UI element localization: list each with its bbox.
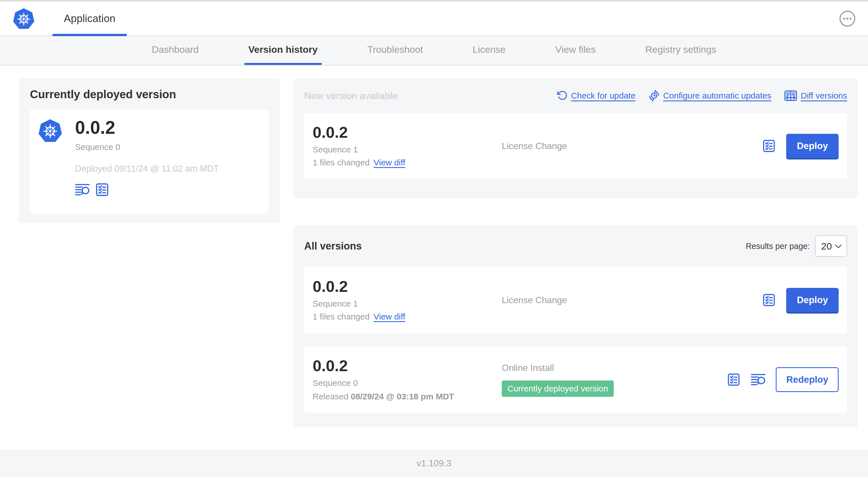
refresh-icon bbox=[557, 90, 567, 101]
view-deploy-logs-button[interactable] bbox=[75, 183, 90, 196]
all-versions-panel: All versions Results per page: 20 0.0.2 … bbox=[293, 225, 858, 427]
version-row: 0.0.2 Sequence 1 1 files changed View di… bbox=[304, 267, 847, 333]
version-sequence: Sequence 1 bbox=[313, 299, 502, 308]
app-title: Application bbox=[64, 13, 116, 25]
tab-version-history[interactable]: Version history bbox=[244, 36, 322, 65]
view-diff-link[interactable]: View diff bbox=[374, 158, 405, 168]
auto-update-clock-icon bbox=[648, 90, 660, 101]
configure-automatic-updates-link[interactable]: Configure automatic updates bbox=[648, 90, 772, 101]
released-prefix: Released bbox=[313, 392, 351, 401]
preflight-checks-button[interactable] bbox=[762, 138, 776, 154]
redeploy-button[interactable]: Redeploy bbox=[776, 367, 839, 392]
files-changed-text: 1 files changed bbox=[313, 158, 370, 168]
current-sequence: Sequence 0 bbox=[75, 142, 219, 152]
currently-deployed-title: Currently deployed version bbox=[30, 88, 269, 101]
preflight-checks-button[interactable] bbox=[726, 371, 741, 388]
active-app-underline bbox=[53, 34, 127, 36]
version-row: 0.0.2 Sequence 0 Released 08/29/24 @ 03:… bbox=[304, 347, 847, 413]
currently-deployed-badge: Currently deployed version bbox=[502, 381, 614, 397]
ellipsis-icon bbox=[839, 10, 856, 27]
view-deploy-logs-button[interactable] bbox=[751, 374, 766, 386]
tab-license[interactable]: License bbox=[469, 36, 509, 65]
tab-troubleshoot[interactable]: Troubleshoot bbox=[364, 36, 427, 65]
diff-icon bbox=[784, 90, 797, 101]
currently-deployed-card: 0.0.2 Sequence 0 Deployed 09/11/24 @ 11:… bbox=[30, 109, 269, 214]
results-per-page-label: Results per page: bbox=[746, 242, 810, 251]
version-sequence: Sequence 0 bbox=[313, 378, 502, 388]
version-number: 0.0.2 bbox=[313, 358, 502, 374]
configure-automatic-updates-label: Configure automatic updates bbox=[663, 91, 772, 100]
kubernetes-app-icon bbox=[38, 118, 63, 144]
diff-versions-label: Diff versions bbox=[801, 91, 847, 100]
checklist-icon bbox=[95, 182, 110, 197]
checklist-icon bbox=[762, 138, 776, 154]
deploy-button[interactable]: Deploy bbox=[786, 288, 839, 312]
current-deployed-timestamp: Deployed 09/11/24 @ 11:02 am MDT bbox=[75, 164, 219, 174]
released-timestamp: 08/29/24 @ 03:18 pm MDT bbox=[351, 392, 454, 401]
version-source: License Change bbox=[502, 141, 762, 151]
app-window: Application Dashboard Version history Tr… bbox=[0, 0, 868, 477]
tab-dashboard[interactable]: Dashboard bbox=[148, 36, 203, 65]
check-for-update-link[interactable]: Check for update bbox=[557, 90, 635, 101]
preflight-checks-button[interactable] bbox=[95, 182, 110, 197]
results-per-page-select[interactable]: 20 bbox=[815, 235, 847, 257]
app-nav-item-application[interactable]: Application bbox=[53, 2, 127, 35]
current-version-number: 0.0.2 bbox=[75, 118, 219, 137]
version-source: License Change bbox=[502, 295, 762, 305]
tab-view-files[interactable]: View files bbox=[551, 36, 600, 65]
admin-console-version: v1.109.3 bbox=[417, 458, 452, 469]
diff-versions-link[interactable]: Diff versions bbox=[784, 90, 847, 101]
logs-icon bbox=[751, 374, 766, 386]
footer: v1.109.3 bbox=[0, 450, 868, 477]
new-version-row: 0.0.2 Sequence 1 1 files changed View di… bbox=[304, 113, 847, 179]
checklist-icon bbox=[726, 371, 741, 388]
tab-registry-settings[interactable]: Registry settings bbox=[642, 36, 720, 65]
check-for-update-label: Check for update bbox=[571, 91, 635, 100]
tab-bar: Dashboard Version history Troubleshoot L… bbox=[0, 36, 868, 65]
version-source: Online Install bbox=[502, 363, 726, 373]
view-diff-link[interactable]: View diff bbox=[374, 312, 405, 322]
logs-icon bbox=[75, 183, 90, 196]
new-version-title: New version available bbox=[304, 90, 398, 101]
checklist-icon bbox=[762, 292, 776, 308]
preflight-checks-button[interactable] bbox=[762, 292, 776, 308]
version-number: 0.0.2 bbox=[313, 278, 502, 294]
version-number: 0.0.2 bbox=[313, 124, 502, 140]
currently-deployed-panel: Currently deployed version 0.0.2 Sequenc… bbox=[19, 79, 280, 223]
deploy-button[interactable]: Deploy bbox=[786, 134, 839, 158]
new-version-panel: New version available Check for update C… bbox=[293, 79, 858, 198]
app-options-menu-button[interactable] bbox=[839, 10, 856, 27]
all-versions-title: All versions bbox=[304, 240, 362, 252]
version-sequence: Sequence 1 bbox=[313, 145, 502, 154]
chevron-down-icon bbox=[835, 243, 842, 249]
results-per-page-value: 20 bbox=[821, 241, 832, 252]
kubernetes-logo bbox=[12, 7, 35, 30]
files-changed-text: 1 files changed bbox=[313, 312, 370, 322]
app-header: Application bbox=[0, 2, 868, 36]
